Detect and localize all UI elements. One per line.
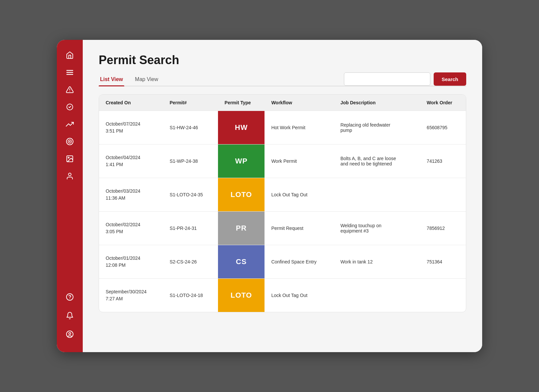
cell-permit-num: S1-HW-24-46 [163,111,218,145]
cell-permit-num: S1-PR-24-31 [163,212,218,245]
cell-job-description: Bolts A, B, and C are loose and need to … [334,145,420,178]
svg-point-15 [69,333,71,335]
search-button[interactable]: Search [434,72,466,86]
cell-job-description: Welding touchup on equipment #3 [334,212,420,245]
home-icon[interactable] [62,48,77,62]
alert-icon[interactable] [62,82,77,97]
cell-job-description [334,178,420,212]
cell-created-on: October/01/202412:08 PM [99,245,163,279]
col-created-on: Created On [99,95,163,111]
cell-work-order [420,279,466,312]
bell-icon[interactable] [62,308,77,323]
col-permit-type: Permit Type [218,95,265,111]
cell-created-on: October/03/202411:36 AM [99,178,163,212]
cell-permit-type: HW [218,111,265,145]
cell-permit-num: S2-CS-24-26 [163,245,218,279]
table-row[interactable]: October/01/202412:08 PMS2-CS-24-26CSConf… [99,245,466,279]
col-permit-num: Permit# [163,95,218,111]
table-row[interactable]: September/30/20247:27 AMS1-LOTO-24-18LOT… [99,279,466,312]
image-icon[interactable] [62,151,77,166]
tabs-bar: List View Map View Search [99,74,466,86]
permit-type-badge: LOTO [218,279,265,312]
cell-permit-type: LOTO [218,279,265,312]
menu-icon[interactable] [62,65,77,80]
cell-workflow: Confined Space Entry [265,245,334,279]
tab-list-view[interactable]: List View [99,74,124,86]
app-frame: Permit Search List View Map View Search … [57,40,482,352]
cell-work-order [420,178,466,212]
table-row[interactable]: October/03/202411:36 AMS1-LOTO-24-35LOTO… [99,178,466,212]
cell-job-description [334,279,420,312]
search-input[interactable] [344,72,430,86]
cell-permit-type: WP [218,145,265,178]
permits-table-container: Created On Permit# Permit Type Workflow … [99,94,466,312]
cell-workflow: Hot Work Permit [265,111,334,145]
help-icon[interactable] [62,290,77,304]
svg-point-8 [69,141,70,142]
cell-workflow: Lock Out Tag Out [265,178,334,212]
col-workflow: Workflow [265,95,334,111]
cell-work-order: 741263 [420,145,466,178]
target-icon[interactable] [62,134,77,149]
svg-point-10 [68,157,69,158]
table-row[interactable]: October/02/20243:05 PMS1-PR-24-31PRPermi… [99,212,466,245]
cell-work-order: 751364 [420,245,466,279]
search-bar: Search [344,72,466,86]
user-icon[interactable] [62,169,77,183]
permit-type-badge: CS [218,245,265,278]
col-work-order: Work Order [420,95,466,111]
cell-job-description: Replacing old feedwater pump [334,111,420,145]
cell-permit-num: S1-LOTO-24-18 [163,279,218,312]
cell-work-order: 65608795 [420,111,466,145]
sidebar [57,40,83,352]
cell-workflow: Lock Out Tag Out [265,279,334,312]
check-circle-icon[interactable] [62,100,77,114]
cell-permit-type: PR [218,212,265,245]
main-content: Permit Search List View Map View Search … [83,40,482,352]
trend-icon[interactable] [62,117,77,132]
cell-work-order: 7856912 [420,212,466,245]
page-title: Permit Search [99,53,466,67]
cell-created-on: September/30/20247:27 AM [99,279,163,312]
col-job-desc: Job Description [334,95,420,111]
table-row[interactable]: October/07/20243:51 PMS1-HW-24-46HWHot W… [99,111,466,145]
cell-permit-type: CS [218,245,265,279]
table-row[interactable]: October/04/20241:41 PMS1-WP-24-38WPWork … [99,145,466,178]
permit-type-badge: PR [218,212,265,245]
permits-table: Created On Permit# Permit Type Workflow … [99,95,466,312]
cell-workflow: Work Permit [265,145,334,178]
account-icon[interactable] [62,327,77,342]
cell-job-description: Work in tank 12 [334,245,420,279]
tab-map-view[interactable]: Map View [134,74,160,86]
permit-type-badge: WP [218,145,265,178]
permit-type-badge: LOTO [218,178,265,211]
cell-permit-type: LOTO [218,178,265,212]
table-header-row: Created On Permit# Permit Type Workflow … [99,95,466,111]
cell-created-on: October/04/20241:41 PM [99,145,163,178]
cell-permit-num: S1-LOTO-24-35 [163,178,218,212]
cell-created-on: October/07/20243:51 PM [99,111,163,145]
cell-created-on: October/02/20243:05 PM [99,212,163,245]
svg-point-11 [68,173,71,176]
cell-permit-num: S1-WP-24-38 [163,145,218,178]
permit-type-badge: HW [218,111,265,144]
cell-workflow: Permit Request [265,212,334,245]
